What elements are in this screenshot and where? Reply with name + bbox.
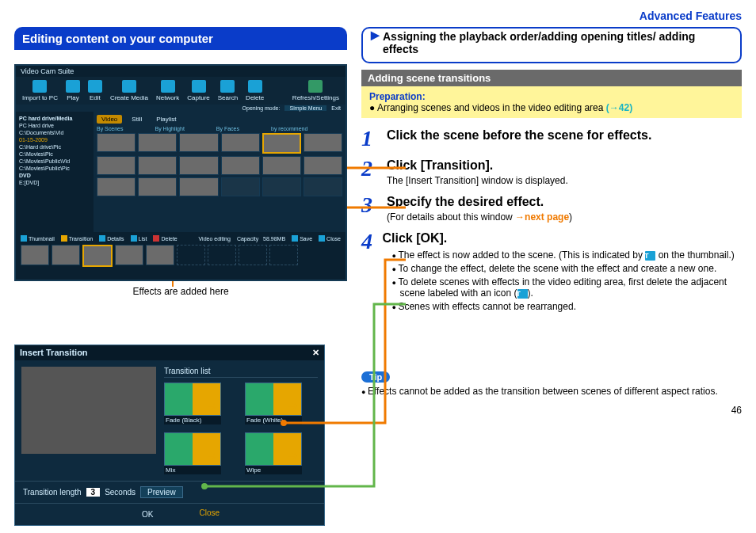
sidebar-header: PC hard drive/Media	[19, 115, 90, 122]
thumb-empty	[221, 177, 260, 196]
tb-edit[interactable]: Edit	[88, 80, 102, 101]
exit-button[interactable]: Exit	[331, 105, 341, 111]
step-sub: The [Insert Transition] window is displa…	[387, 175, 568, 186]
tip-badge: Tip	[361, 371, 390, 383]
tb-capture[interactable]: Capture	[187, 80, 209, 101]
thumb[interactable]	[179, 133, 218, 152]
step-title: Click the scene before the scene for eff…	[387, 128, 651, 143]
thumb[interactable]	[304, 156, 342, 175]
fx-mix[interactable]: ➔Mix	[164, 432, 221, 474]
tab-playlist[interactable]: Playlist	[151, 115, 181, 124]
tb-refresh[interactable]: Refresh/Settings	[292, 80, 339, 101]
sb-4[interactable]: C:\Hard drive\Pic	[19, 143, 90, 150]
sort-1[interactable]: By Highlight	[155, 126, 184, 131]
tl-del[interactable]: Delete	[153, 235, 177, 242]
app-title: Video Cam Suite	[16, 66, 346, 77]
tl-list[interactable]: List	[131, 235, 147, 242]
tb-network[interactable]: Network	[156, 80, 179, 101]
sb-5[interactable]: C:\Movies\Pic	[19, 150, 90, 158]
sort-2[interactable]: By Faces	[216, 126, 239, 131]
thumb[interactable]	[97, 156, 136, 175]
tb-search[interactable]: Search	[218, 80, 238, 101]
thumb[interactable]	[179, 156, 218, 175]
sb-1[interactable]: C:\Documents\Vid	[19, 129, 90, 136]
thumb[interactable]	[138, 133, 177, 152]
insert-transition-dialog: Insert Transition ✕ Transition list ➔Fad…	[14, 345, 325, 526]
sb-7[interactable]: C:\Movies\Public\Pic	[19, 165, 90, 172]
thumb[interactable]	[138, 156, 177, 175]
preview-button[interactable]: Preview	[140, 486, 183, 498]
transition-t-icon: T	[645, 251, 655, 261]
step4-bullet-1: The effect is now added to the scene. (T…	[391, 249, 742, 261]
transition-length-value[interactable]: 3	[86, 488, 101, 497]
tl-save[interactable]: Save	[292, 235, 312, 242]
thumbnail-grid	[97, 133, 342, 196]
tl-transition[interactable]: Transition	[61, 235, 93, 242]
sb-2[interactable]: 01-15-2009	[19, 136, 90, 143]
sort-0[interactable]: By Scenes	[97, 126, 123, 131]
sb-8[interactable]: DVD	[19, 172, 90, 179]
section-header: Advanced Features	[14, 10, 742, 22]
menu-mode[interactable]: Simple Menu	[284, 105, 326, 111]
thumb-selected[interactable]	[262, 133, 301, 154]
tb-create[interactable]: Create Media	[110, 80, 148, 101]
fx-wipe[interactable]: ➔Wipe	[245, 432, 302, 474]
tl-clip[interactable]	[115, 245, 143, 265]
tl-clip[interactable]	[52, 245, 80, 265]
fx-fade-white[interactable]: ➔Fade (White)	[245, 383, 302, 424]
thumb[interactable]	[97, 177, 136, 196]
sort-3[interactable]: by recommend	[271, 126, 307, 131]
tb-play[interactable]: Play	[66, 80, 80, 101]
tl-close[interactable]: Close	[319, 235, 341, 242]
menu-mode-label: Opening mode:	[242, 105, 281, 111]
tl-clip-selected[interactable]	[82, 245, 113, 267]
step-number: 1	[361, 128, 379, 150]
tb-delete[interactable]: Delete	[246, 80, 264, 101]
subsection-bar: Adding scene transitions	[361, 70, 742, 86]
thumb[interactable]	[179, 177, 218, 196]
close-icon[interactable]: ✕	[312, 348, 319, 358]
ok-button[interactable]: OK	[120, 508, 175, 520]
tip-text: Effects cannot be added as the transitio…	[361, 386, 742, 397]
page-number: 46	[361, 405, 742, 416]
step-2: 2 Click [Transition]. The [Insert Transi…	[361, 158, 742, 186]
app-toolbar: Import to PC Play Edit Create Media Netw…	[16, 77, 346, 105]
thumb[interactable]	[262, 156, 301, 175]
chevron-right-icon: ▶	[363, 29, 380, 59]
thumb[interactable]	[221, 133, 260, 152]
thumb[interactable]	[138, 177, 177, 196]
step-number: 4	[361, 230, 374, 315]
step4-bullet-2: To change the effect, delete the scene w…	[391, 263, 742, 274]
step-1: 1 Click the scene before the scene for e…	[361, 128, 742, 150]
sb-9[interactable]: E:[DVD]	[19, 179, 90, 186]
step-number: 2	[361, 158, 379, 186]
tab-video[interactable]: Video	[97, 115, 122, 124]
tl-capacity: Capacity 58.98MB	[237, 235, 285, 242]
tl-clip[interactable]	[21, 245, 49, 265]
fx-fade-black[interactable]: ➔Fade (Black)	[164, 383, 221, 424]
app-screenshot: Video Cam Suite Import to PC Play Edit C…	[14, 64, 347, 281]
sb-0[interactable]: PC Hard drive	[19, 122, 90, 129]
transition-list-header: Transition list	[164, 367, 318, 378]
tl-thumbnail[interactable]: Thumbnail	[21, 235, 55, 242]
transition-t-icon: T	[517, 289, 528, 299]
tl-details[interactable]: Details	[99, 235, 124, 242]
tb-import[interactable]: Import to PC	[22, 80, 58, 101]
tl-slot	[208, 245, 236, 265]
tl-clip[interactable]	[146, 245, 174, 265]
prep-title: Preparation:	[369, 91, 734, 102]
next-page-link[interactable]: →next page	[515, 211, 569, 223]
tab-still[interactable]: Still	[127, 115, 147, 124]
thumb[interactable]	[97, 133, 136, 152]
timeline: Thumbnail Transition Details List Delete…	[16, 232, 346, 280]
sb-6[interactable]: C:\Movies\Public\Vid	[19, 158, 90, 165]
step4-bullet-4: Scenes with effects cannot be rearranged…	[391, 301, 742, 312]
thumb[interactable]	[221, 156, 260, 175]
transition-length-label: Transition length	[23, 488, 82, 497]
thumb-empty	[304, 177, 342, 196]
close-button[interactable]: Close	[199, 508, 220, 520]
step-title: Click [OK].	[382, 230, 742, 246]
thumb[interactable]	[304, 133, 342, 152]
prep-link[interactable]: (→42)	[606, 102, 632, 113]
chapter-title: Assigning the playback order/adding open…	[380, 29, 740, 59]
